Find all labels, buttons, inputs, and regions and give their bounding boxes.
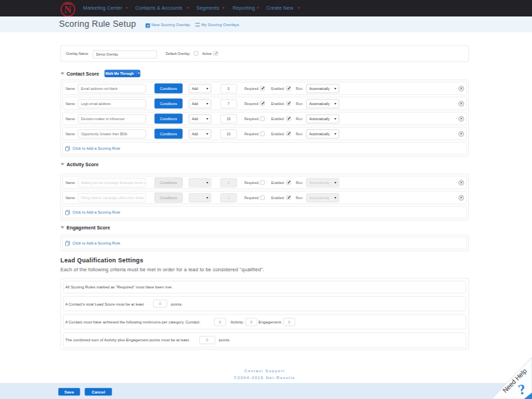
svg-text:N: N [65,4,72,15]
